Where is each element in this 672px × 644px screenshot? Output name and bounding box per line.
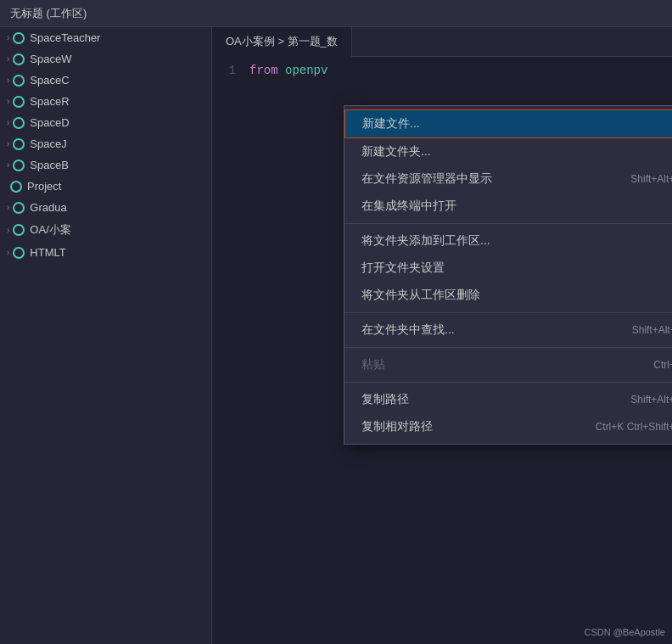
circle-icon xyxy=(13,160,25,171)
sidebar-item-label: SpaceB xyxy=(30,159,69,171)
menu-item-shortcut: Ctrl+K Ctrl+Shift+C xyxy=(596,421,672,433)
menu-item-label: 将文件夹添加到工作区... xyxy=(361,233,490,249)
circle-icon xyxy=(13,53,25,65)
sidebar-item-label: SpaceW xyxy=(30,53,71,65)
menu-item-paste: 粘贴Ctrl+V xyxy=(344,351,672,378)
menu-item-label: 在集成终端中打开 xyxy=(361,199,456,214)
menu-separator xyxy=(344,223,672,224)
sidebar-item-spaceteacher[interactable]: ›SpaceTeacher xyxy=(0,27,211,48)
sidebar-item-gradua[interactable]: ›Gradua xyxy=(0,197,211,218)
menu-item-label: 复制路径 xyxy=(361,392,409,407)
circle-icon xyxy=(13,138,25,150)
menu-item-open-in-terminal[interactable]: 在集成终端中打开 xyxy=(344,193,672,220)
circle-icon xyxy=(13,32,25,44)
chevron-icon: › xyxy=(7,248,9,257)
sidebar-item-label: SpaceR xyxy=(30,95,69,108)
sidebar-item-project[interactable]: Project xyxy=(0,176,211,197)
sidebar-item-spacec[interactable]: ›SpaceC xyxy=(0,70,211,91)
sidebar-item-label: OA/小案 xyxy=(30,222,70,238)
chevron-icon: › xyxy=(7,33,9,42)
menu-item-label: 在文件资源管理器中显示 xyxy=(361,171,492,187)
menu-item-label: 新建文件夹... xyxy=(361,144,431,160)
editor-tab[interactable]: OA小案例 > 第一题_数 xyxy=(212,27,352,57)
sidebar-item-htmlt[interactable]: ›HTMLT xyxy=(0,242,211,263)
menu-item-find-in-folder[interactable]: 在文件夹中查找...Shift+Alt+F xyxy=(344,316,672,344)
sidebar-item-oa[interactable]: ›OA/小案 xyxy=(0,218,211,242)
main-layout: ›SpaceTeacher›SpaceW›SpaceC›SpaceR›Space… xyxy=(0,27,672,644)
chevron-icon: › xyxy=(7,118,9,127)
menu-item-label: 复制相对路径 xyxy=(361,419,433,434)
menu-item-label: 粘贴 xyxy=(361,357,385,372)
menu-item-shortcut: Shift+Alt+C xyxy=(630,394,672,406)
menu-item-shortcut: Shift+Alt+F xyxy=(632,324,672,336)
menu-item-copy-relative-path[interactable]: 复制相对路径Ctrl+K Ctrl+Shift+C xyxy=(344,413,672,440)
sidebar-item-label: Gradua xyxy=(30,201,66,214)
chevron-icon: › xyxy=(7,226,9,235)
menu-item-show-in-explorer[interactable]: 在文件资源管理器中显示Shift+Alt+R xyxy=(344,165,672,193)
circle-icon xyxy=(10,181,22,193)
sidebar-item-spacer[interactable]: ›SpaceR xyxy=(0,91,211,112)
context-menu: 新建文件...新建文件夹...在文件资源管理器中显示Shift+Alt+R在集成… xyxy=(344,105,672,445)
editor-area: OA小案例 > 第一题_数 1 from openpv 新建文件...新建文件夹… xyxy=(212,27,672,644)
title-bar-label: 无标题 (工作区) xyxy=(10,6,87,21)
sidebar-item-label: SpaceJ xyxy=(30,137,66,150)
sidebar-item-label: SpaceD xyxy=(30,116,69,129)
menu-separator xyxy=(344,382,672,383)
chevron-icon: › xyxy=(7,139,9,148)
circle-icon xyxy=(13,224,25,236)
menu-item-folder-settings[interactable]: 打开文件夹设置 xyxy=(344,255,672,282)
sidebar-item-label: HTMLT xyxy=(30,246,65,259)
chevron-icon: › xyxy=(7,203,9,212)
circle-icon xyxy=(13,117,25,129)
menu-item-label: 在文件夹中查找... xyxy=(361,322,455,338)
circle-icon xyxy=(13,247,25,259)
menu-item-copy-path[interactable]: 复制路径Shift+Alt+C xyxy=(344,386,672,413)
sidebar-item-spaced[interactable]: ›SpaceD xyxy=(0,112,211,133)
menu-item-shortcut: Ctrl+V xyxy=(653,359,672,371)
menu-item-add-to-workspace[interactable]: 将文件夹添加到工作区... xyxy=(344,227,672,255)
menu-item-shortcut: Shift+Alt+R xyxy=(630,173,672,185)
circle-icon xyxy=(13,202,25,214)
sidebar-item-label: SpaceTeacher xyxy=(30,31,100,44)
menu-item-label: 新建文件... xyxy=(362,116,420,132)
menu-item-label: 将文件夹从工作区删除 xyxy=(361,288,480,303)
editor-tab-bar: OA小案例 > 第一题_数 xyxy=(212,27,672,57)
chevron-icon: › xyxy=(7,54,9,64)
chevron-icon: › xyxy=(7,160,9,170)
menu-separator xyxy=(344,347,672,348)
title-bar: 无标题 (工作区) xyxy=(0,0,672,27)
sidebar-item-spacej[interactable]: ›SpaceJ xyxy=(0,133,211,154)
circle-icon xyxy=(13,96,25,108)
menu-item-new-file[interactable]: 新建文件... xyxy=(344,109,672,138)
chevron-icon: › xyxy=(7,76,9,85)
editor-breadcrumb: OA小案例 > 第一题_数 xyxy=(226,34,338,49)
sidebar-item-spacew[interactable]: ›SpaceW xyxy=(0,48,211,70)
circle-icon xyxy=(13,75,25,87)
sidebar-item-label: SpaceC xyxy=(30,74,69,87)
context-menu-overlay: 新建文件...新建文件夹...在文件资源管理器中显示Shift+Alt+R在集成… xyxy=(212,54,672,644)
sidebar: ›SpaceTeacher›SpaceW›SpaceC›SpaceR›Space… xyxy=(0,27,212,644)
menu-separator xyxy=(344,312,672,313)
sidebar-item-spaceb[interactable]: ›SpaceB xyxy=(0,154,211,176)
sidebar-item-label: Project xyxy=(27,180,61,193)
menu-item-new-folder[interactable]: 新建文件夹... xyxy=(344,138,672,165)
menu-item-remove-from-workspace[interactable]: 将文件夹从工作区删除 xyxy=(344,282,672,309)
menu-item-label: 打开文件夹设置 xyxy=(361,260,445,276)
chevron-icon: › xyxy=(7,97,9,106)
